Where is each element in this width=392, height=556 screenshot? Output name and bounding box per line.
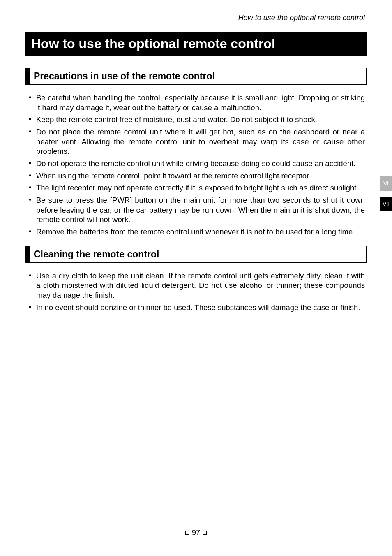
page-number: 97 (192, 528, 200, 537)
precautions-list: Be careful when handling the control, es… (25, 93, 367, 237)
section-title-cleaning: Cleaning the remote control (25, 246, 367, 263)
list-item: In no event should benzine or thinner be… (27, 303, 365, 313)
side-tab-7[interactable]: Ⅶ (380, 197, 392, 211)
square-icon (203, 531, 207, 535)
page-footer: 97 (0, 528, 392, 537)
running-header: How to use the optional remote control (25, 14, 367, 22)
list-item: When using the remote control, point it … (27, 171, 365, 181)
list-item: Use a dry cloth to keep the unit clean. … (27, 271, 365, 300)
main-heading: How to use the optional remote control (25, 32, 367, 56)
square-icon (185, 531, 189, 535)
side-tabs: Ⅵ Ⅶ (380, 176, 392, 217)
list-item: Remove the batteries from the remote con… (27, 227, 365, 237)
list-item: Be sure to press the [PWR] button on the… (27, 195, 365, 225)
cleaning-list: Use a dry cloth to keep the unit clean. … (25, 271, 367, 313)
top-border-rule (25, 10, 367, 10)
list-item: Do not place the remote control unit whe… (27, 127, 365, 156)
list-item: Keep the remote control free of moisture… (27, 115, 365, 125)
list-item: Be careful when handling the control, es… (27, 93, 365, 112)
list-item: The light receptor may not operate corre… (27, 183, 365, 193)
list-item: Do not operate the remote control unit w… (27, 159, 365, 169)
document-page: How to use the optional remote control H… (0, 0, 392, 556)
section-title-precautions: Precautions in use of the remote control (25, 68, 367, 85)
side-tab-6[interactable]: Ⅵ (380, 176, 392, 191)
